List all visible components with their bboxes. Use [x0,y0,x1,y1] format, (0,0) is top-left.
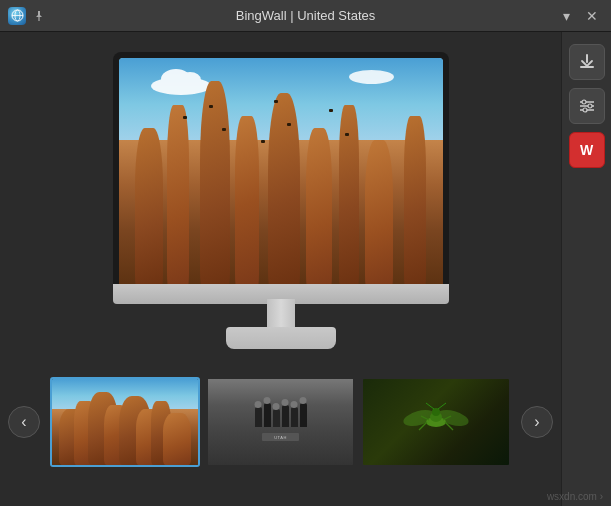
imac-base [226,327,336,349]
thumbnail-strip: ‹ [0,367,561,477]
insect-svg [401,400,471,440]
imac-neck [267,299,295,327]
window-dot [345,133,349,136]
rock-windows [119,58,443,291]
thumbnail-2[interactable]: UTAH [206,377,356,467]
download-button[interactable] [569,44,605,80]
prev-button[interactable]: ‹ [8,406,40,438]
close-button[interactable]: ✕ [581,5,603,27]
thumb-3-image [363,379,509,465]
app-icon [8,7,26,25]
settings-icon [578,97,596,115]
pin-icon[interactable] [32,9,46,23]
wps-button[interactable]: W [569,132,605,168]
window-dot [222,128,226,131]
right-sidebar: W [561,32,611,506]
window-dot [287,123,291,126]
window-dot [274,100,278,103]
window-dot [261,140,265,143]
svg-line-9 [426,403,434,409]
main-content: ‹ [0,32,611,506]
settings-button[interactable] [569,88,605,124]
collapse-button[interactable]: ▾ [555,5,577,27]
thumb-2-image: UTAH [208,379,354,465]
titlebar-controls: ▾ ✕ [555,5,603,27]
svg-point-8 [432,408,440,416]
watermark: wsxdn.com › [547,491,603,502]
titlebar-left [8,7,46,25]
svg-point-21 [588,104,592,108]
svg-line-10 [438,403,446,409]
imac-screen-border [113,52,449,297]
thumb-1-image [52,379,198,465]
preview-area: ‹ [0,32,561,506]
svg-point-20 [582,100,586,104]
window-title: BingWall | United States [236,8,375,23]
wallpaper-preview [119,58,443,291]
window-dot [209,105,213,108]
window-dot [183,116,187,119]
thumbnail-3[interactable] [361,377,511,467]
next-button[interactable]: › [521,406,553,438]
thumbnail-1[interactable] [50,377,200,467]
svg-point-22 [583,108,587,112]
imac-mockup [101,52,461,357]
download-icon [578,53,596,71]
svg-rect-16 [586,54,588,63]
titlebar: BingWall | United States ▾ ✕ [0,0,611,32]
window-dot [329,109,333,112]
thumb-rock [163,413,191,465]
imac-screen [119,58,443,291]
